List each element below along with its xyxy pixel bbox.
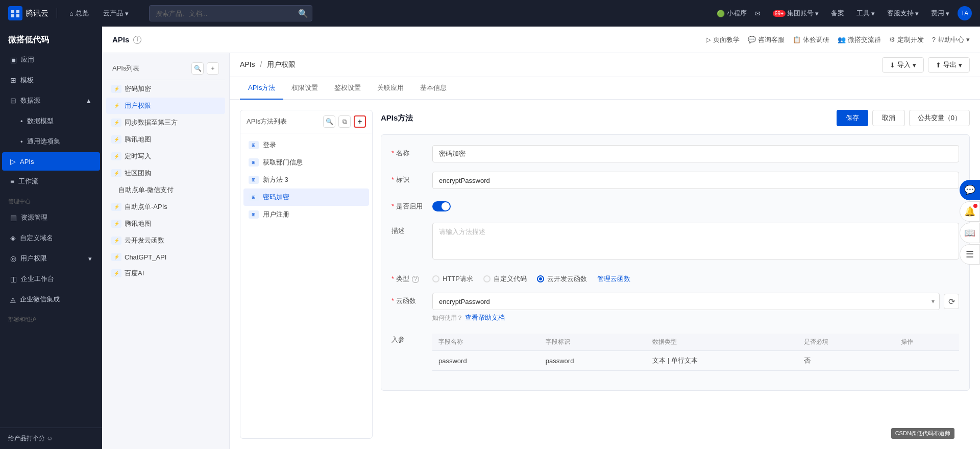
radio-cloud[interactable]: 云开发云函数 [537, 274, 587, 283]
sidebar-item-options[interactable]: • 通用选项集 [2, 132, 100, 151]
tab-methods[interactable]: APIs方法 [240, 77, 283, 100]
radio-custom-circle [483, 275, 491, 282]
sidebar-item-userauth[interactable]: ◎ 用户权限 ▾ [2, 249, 100, 268]
tutorial-icon: ▷ [706, 36, 711, 43]
float-chat-btn[interactable]: 💬 [960, 180, 980, 200]
tab-auth[interactable]: 鉴权设置 [326, 77, 369, 100]
radio-custom[interactable]: 自定义代码 [483, 274, 527, 283]
search-input[interactable] [149, 5, 312, 21]
tab-permissions[interactable]: 权限设置 [283, 77, 326, 100]
main-layout: 微搭低代码 ▣ 应用 ⊞ 模板 ⊟ 数据源 ▲ • 数据模型 • 通用选项集 ▷… [0, 27, 980, 449]
radio-http[interactable]: HTTP请求 [432, 274, 473, 283]
logo[interactable]: 腾讯云 [8, 6, 48, 20]
api-icon: ⚡ [111, 85, 121, 93]
float-book-btn[interactable]: 📖 [960, 223, 980, 243]
sidebar-item-userauth-api[interactable]: ⚡ 用户权限 [106, 98, 225, 114]
enabled-toggle[interactable] [432, 201, 451, 211]
sidebar-item-chatgpt[interactable]: ⚡ ChatGPT_API [106, 249, 225, 265]
form-row-enabled: * 是否启用 [391, 198, 959, 214]
sidebar-item-datamodel[interactable]: • 数据模型 [2, 111, 100, 131]
sidebar-item-baidiai[interactable]: ⚡ 百度AI [106, 265, 225, 281]
group-account-btn[interactable]: 99+ 集团账号 ▾ [769, 7, 823, 20]
sidebar-item-apis[interactable]: ▷ APIs [2, 152, 100, 171]
userauth-icon: ◎ [10, 254, 16, 263]
search-method-btn[interactable]: 🔍 [323, 115, 335, 128]
sidebar-item-domain[interactable]: ◈ 自定义域名 [2, 228, 100, 248]
sidebar-item-resource[interactable]: ▦ 资源管理 [2, 208, 100, 227]
sidebar-item-cloudfn[interactable]: ⚡ 云开发云函数 [106, 232, 225, 249]
col-required: 是否必填 [798, 334, 895, 351]
copy-method-btn[interactable]: ⧉ [338, 115, 351, 128]
add-method-btn[interactable]: + [354, 115, 366, 128]
home-icon: ⌂ [69, 10, 74, 17]
cloudfn-select[interactable]: encryptPassword [432, 293, 940, 310]
params-table: 字段名称 字段标识 数据类型 是否必填 操作 [432, 334, 959, 371]
public-var-btn[interactable]: 公共变量（0） [909, 110, 970, 126]
consult-btn[interactable]: 💬 咨询客服 [748, 35, 785, 44]
float-menu-btn[interactable]: ☰ [960, 244, 980, 265]
form-detail: APIs方法 保存 取消 公共变量（0） [381, 110, 970, 439]
sidebar-item-app[interactable]: ▣ 应用 [2, 50, 100, 69]
sidebar-item-template[interactable]: ⊞ 模板 [2, 70, 100, 90]
tab-basic[interactable]: 基本信息 [412, 77, 455, 100]
page-tutorial-btn[interactable]: ▷ 页面教学 [706, 35, 740, 44]
sidebar-item-scheduled[interactable]: ⚡ 定时写入 [106, 148, 225, 164]
method-item-encrypt[interactable]: ⊞ 密码加密 [243, 188, 369, 206]
record-btn[interactable]: 备案 [827, 7, 848, 20]
cost-btn[interactable]: 费用 ▾ [927, 7, 953, 20]
name-label: * 名称 [391, 145, 432, 158]
mini-program-btn[interactable]: 🟢 小程序 [717, 9, 747, 18]
nav-products[interactable]: 云产品 ▾ [99, 7, 133, 20]
name-input[interactable] [432, 145, 959, 162]
cancel-btn[interactable]: 取消 [872, 110, 905, 126]
method-item-register[interactable]: ⊞ 用户注册 [243, 206, 369, 223]
sidebar-section-deploy: 部署和维护 [0, 310, 102, 325]
method-item-newmethod3[interactable]: ⊞ 新方法 3 [243, 171, 369, 188]
refresh-cloudfn-btn[interactable]: ⟳ [944, 294, 959, 309]
sidebar-item-selfwx[interactable]: 自助点单-微信支付 [106, 182, 225, 198]
help-doc-link[interactable]: 查看帮助文档 [465, 313, 505, 322]
float-notification-btn[interactable]: 🔔 [960, 201, 980, 222]
save-btn[interactable]: 保存 [837, 110, 868, 126]
rate-product-btn[interactable]: 给产品打个分 ☺ [8, 434, 94, 443]
sidebar-item-enterprise[interactable]: ◫ 企业工作台 [2, 269, 100, 289]
method-list-container: APIs方法列表 🔍 ⧉ + ⊞ 登录 [240, 110, 373, 439]
group-btn[interactable]: 👥 微搭交流群 [838, 35, 881, 44]
support-btn[interactable]: 客服支持 ▾ [883, 7, 923, 20]
apis-icon: ▷ [10, 157, 16, 166]
chevron-icon: ▾ [88, 255, 92, 263]
add-apis-btn[interactable]: + [207, 62, 219, 75]
search-apis-btn[interactable]: 🔍 [191, 62, 204, 75]
desc-textarea[interactable] [432, 223, 959, 259]
sidebar-item-datasource[interactable]: ⊟ 数据源 ▲ [2, 91, 100, 110]
sub-header-left: APIs i [112, 35, 141, 44]
tab-linked[interactable]: 关联应用 [369, 77, 412, 100]
help-center-btn[interactable]: ? 帮助中心 ▾ [932, 35, 970, 44]
search-icon[interactable]: 🔍 [298, 9, 308, 18]
nav-overview[interactable]: ⌂ 总览 [65, 7, 93, 20]
identifier-input[interactable] [432, 172, 959, 189]
custom-dev-btn[interactable]: ⚙ 定制开发 [889, 35, 924, 44]
export-btn[interactable]: ⬆ 导出 ▾ [928, 57, 970, 73]
import-btn[interactable]: ⬇ 导入 ▾ [882, 57, 924, 73]
top-navigation: 腾讯云 ⌂ 总览 云产品 ▾ 🔍 🟢 小程序 ✉ 99+ 集团账号 ▾ 备案 工… [0, 0, 980, 27]
survey-btn[interactable]: 📋 体验调研 [793, 35, 829, 44]
type-help-icon[interactable]: ? [412, 276, 419, 283]
info-icon[interactable]: i [133, 36, 141, 44]
params-control: 字段名称 字段标识 数据类型 是否必填 操作 [432, 334, 959, 371]
message-icon[interactable]: ✉ [751, 8, 765, 19]
manage-cloud-fn-link[interactable]: 管理云函数 [597, 274, 630, 283]
sidebar-item-sync3rd[interactable]: ⚡ 同步数据至第三方 [106, 114, 225, 131]
sidebar-item-txmap[interactable]: ⚡ 腾讯地图 [106, 131, 225, 148]
sidebar-item-selfapi[interactable]: ⚡ 自助点单-APIs [106, 199, 225, 215]
user-avatar[interactable]: TA [958, 6, 972, 20]
sidebar-item-txmap2[interactable]: ⚡ 腾讯地图 [106, 216, 225, 232]
sidebar-item-wechat[interactable]: ◬ 企业微信集成 [2, 290, 100, 309]
sidebar-item-community[interactable]: ⚡ 社区团购 [106, 165, 225, 181]
method-item-login[interactable]: ⊞ 登录 [243, 136, 369, 154]
sidebar-item-workflow[interactable]: ≡ 工作流 [2, 172, 100, 191]
method-item-getdept[interactable]: ⊞ 获取部门信息 [243, 154, 369, 171]
sidebar-item-mima[interactable]: ⚡ 密码加密 [106, 81, 225, 97]
tools-btn[interactable]: 工具 ▾ [852, 7, 879, 20]
section-title: APIs方法 [381, 113, 413, 123]
